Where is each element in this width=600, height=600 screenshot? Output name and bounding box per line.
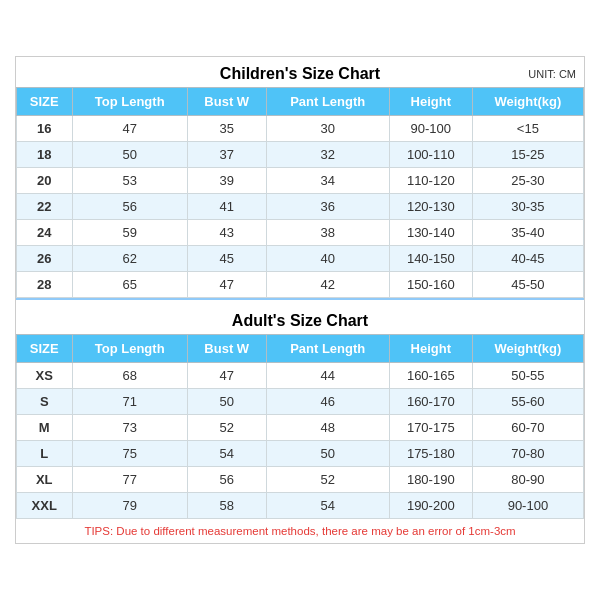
table-cell: 24: [17, 220, 73, 246]
table-cell: 42: [266, 272, 389, 298]
table-cell: M: [17, 415, 73, 441]
table-cell: 35: [187, 116, 266, 142]
table-cell: 47: [72, 116, 187, 142]
table-cell: 30-35: [472, 194, 583, 220]
table-cell: 18: [17, 142, 73, 168]
table-cell: 180-190: [389, 467, 472, 493]
table-cell: 16: [17, 116, 73, 142]
table-cell: 39: [187, 168, 266, 194]
adult-title: Adult's Size Chart: [232, 312, 368, 330]
col-pant-length: Pant Length: [266, 335, 389, 363]
table-cell: 56: [187, 467, 266, 493]
col-weight: Weight(kg): [472, 335, 583, 363]
table-cell: 22: [17, 194, 73, 220]
table-cell: <15: [472, 116, 583, 142]
table-cell: 58: [187, 493, 266, 519]
table-cell: 70-80: [472, 441, 583, 467]
table-cell: 50: [266, 441, 389, 467]
table-cell: 110-120: [389, 168, 472, 194]
table-cell: 90-100: [389, 116, 472, 142]
table-cell: 44: [266, 363, 389, 389]
table-cell: 150-160: [389, 272, 472, 298]
children-section-header: Children's Size Chart UNIT: CM: [16, 57, 584, 87]
table-cell: 54: [266, 493, 389, 519]
table-row: 22564136120-13030-35: [17, 194, 584, 220]
table-cell: XXL: [17, 493, 73, 519]
table-cell: 140-150: [389, 246, 472, 272]
table-cell: 35-40: [472, 220, 583, 246]
table-row: XXL795854190-20090-100: [17, 493, 584, 519]
table-cell: 170-175: [389, 415, 472, 441]
adult-table: SIZE Top Length Bust W Pant Length Heigh…: [16, 334, 584, 519]
table-cell: 47: [187, 272, 266, 298]
unit-label: UNIT: CM: [528, 68, 576, 80]
table-row: 24594338130-14035-40: [17, 220, 584, 246]
table-cell: 37: [187, 142, 266, 168]
table-cell: S: [17, 389, 73, 415]
table-cell: 120-130: [389, 194, 472, 220]
table-cell: 53: [72, 168, 187, 194]
table-cell: 50: [187, 389, 266, 415]
table-cell: 32: [266, 142, 389, 168]
table-cell: 25-30: [472, 168, 583, 194]
table-cell: XL: [17, 467, 73, 493]
table-row: L755450175-18070-80: [17, 441, 584, 467]
table-cell: 50-55: [472, 363, 583, 389]
table-cell: 40-45: [472, 246, 583, 272]
table-cell: 55-60: [472, 389, 583, 415]
table-cell: 79: [72, 493, 187, 519]
table-cell: XS: [17, 363, 73, 389]
table-row: S715046160-17055-60: [17, 389, 584, 415]
col-weight: Weight(kg): [472, 88, 583, 116]
table-cell: 130-140: [389, 220, 472, 246]
table-cell: 46: [266, 389, 389, 415]
table-row: M735248170-17560-70: [17, 415, 584, 441]
table-cell: 40: [266, 246, 389, 272]
table-cell: 52: [266, 467, 389, 493]
children-table-body: 1647353090-100<1518503732100-11015-25205…: [17, 116, 584, 298]
table-cell: L: [17, 441, 73, 467]
table-cell: 90-100: [472, 493, 583, 519]
table-cell: 190-200: [389, 493, 472, 519]
table-row: 28654742150-16045-50: [17, 272, 584, 298]
col-top-length: Top Length: [72, 335, 187, 363]
table-cell: 62: [72, 246, 187, 272]
children-header-row: SIZE Top Length Bust W Pant Length Heigh…: [17, 88, 584, 116]
col-height: Height: [389, 335, 472, 363]
table-cell: 34: [266, 168, 389, 194]
table-row: 20533934110-12025-30: [17, 168, 584, 194]
table-cell: 30: [266, 116, 389, 142]
table-cell: 36: [266, 194, 389, 220]
table-cell: 45: [187, 246, 266, 272]
table-cell: 38: [266, 220, 389, 246]
table-cell: 15-25: [472, 142, 583, 168]
table-cell: 28: [17, 272, 73, 298]
table-row: XL775652180-19080-90: [17, 467, 584, 493]
table-cell: 59: [72, 220, 187, 246]
table-row: 1647353090-100<15: [17, 116, 584, 142]
table-cell: 65: [72, 272, 187, 298]
table-cell: 80-90: [472, 467, 583, 493]
col-bust-w: Bust W: [187, 88, 266, 116]
table-cell: 68: [72, 363, 187, 389]
children-table: SIZE Top Length Bust W Pant Length Heigh…: [16, 87, 584, 298]
table-cell: 160-170: [389, 389, 472, 415]
table-row: XS684744160-16550-55: [17, 363, 584, 389]
table-cell: 100-110: [389, 142, 472, 168]
table-cell: 26: [17, 246, 73, 272]
table-row: 26624540140-15040-45: [17, 246, 584, 272]
table-cell: 48: [266, 415, 389, 441]
table-cell: 75: [72, 441, 187, 467]
table-cell: 54: [187, 441, 266, 467]
table-cell: 45-50: [472, 272, 583, 298]
tips-text: TIPS: Due to different measurement metho…: [16, 519, 584, 543]
adult-table-body: XS684744160-16550-55S715046160-17055-60M…: [17, 363, 584, 519]
table-cell: 41: [187, 194, 266, 220]
col-height: Height: [389, 88, 472, 116]
table-row: 18503732100-11015-25: [17, 142, 584, 168]
table-cell: 20: [17, 168, 73, 194]
col-pant-length: Pant Length: [266, 88, 389, 116]
col-bust-w: Bust W: [187, 335, 266, 363]
table-cell: 43: [187, 220, 266, 246]
adult-header-row: SIZE Top Length Bust W Pant Length Heigh…: [17, 335, 584, 363]
